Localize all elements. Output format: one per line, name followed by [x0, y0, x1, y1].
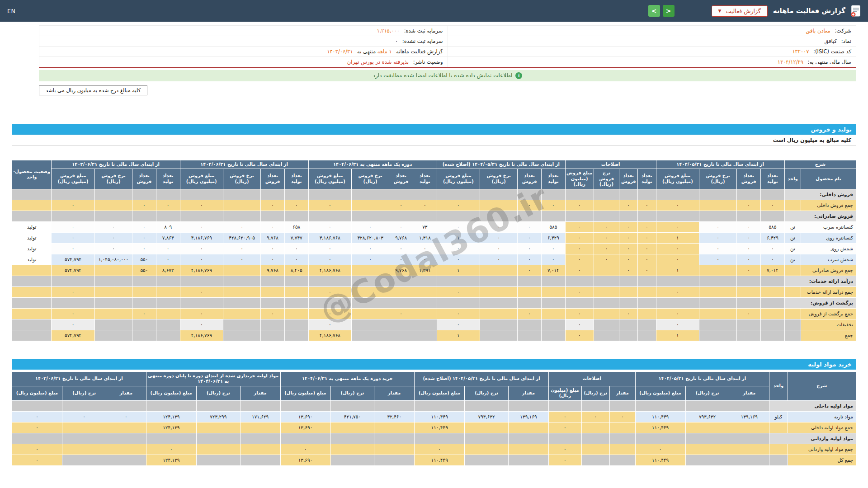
data-cell: ۰: [699, 254, 737, 265]
data-cell: [62, 400, 106, 411]
data-cell: ۰: [308, 319, 351, 330]
data-cell: [729, 400, 769, 411]
data-cell: [760, 189, 784, 200]
page-content: شرکت: معادن بافق سرمایه ثبت شده: ۱,۲۱۵,۰…: [0, 22, 868, 466]
report-type-dropdown[interactable]: گزارش فعالیت ▼: [712, 5, 768, 17]
data-cell: [94, 308, 132, 319]
column-header: نرخ (ریال): [685, 386, 729, 400]
data-cell: ۰: [12, 422, 62, 433]
data-cell: [437, 276, 480, 286]
data-cell: [509, 455, 549, 465]
data-cell: ۷۲۳,۲۹۹: [196, 411, 240, 422]
data-cell: [308, 297, 351, 308]
data-cell: [548, 400, 581, 411]
data-cell: [656, 211, 699, 221]
data-cell: ۹,۷۶۸: [261, 232, 285, 243]
column-header: تعداد فروش: [261, 169, 285, 189]
data-cell: [581, 422, 610, 433]
data-cell: ۱۳,۶۹۰: [280, 455, 330, 465]
data-cell: ۵۵۰: [132, 265, 156, 276]
data-cell: ۱,۳۱۸: [413, 232, 437, 243]
data-cell: [737, 189, 761, 200]
data-cell: ۰: [548, 444, 581, 455]
data-cell: [760, 308, 784, 319]
data-cell: [610, 444, 636, 455]
data-cell: [737, 330, 761, 341]
data-cell: [729, 444, 769, 455]
data-cell: ۱۳۹,۱۶۹: [509, 411, 549, 422]
data-cell: ۰: [760, 243, 784, 254]
data-cell: ۰: [413, 254, 437, 265]
data-cell: [656, 276, 699, 286]
row-label-cell: جمع: [801, 330, 856, 341]
data-cell: ۰: [389, 308, 413, 319]
data-cell: [518, 330, 542, 341]
info-row: سال مالی منتهی به: ۱۴۰۴/۱۲/۲۹ وضعیت ناشر…: [39, 57, 856, 67]
data-cell: [518, 189, 542, 200]
data-cell: ۰: [437, 308, 480, 319]
data-cell: [132, 330, 156, 341]
data-cell: [52, 189, 94, 200]
column-header: نرخ (ریال): [581, 386, 610, 400]
data-cell: [12, 400, 62, 411]
table-row: مواد ناریهکیلو۱۳۹,۱۶۹۷۹۳,۶۳۲۱۱۰,۴۴۹۰۰۰۱۳…: [12, 411, 856, 422]
data-cell: ۰: [308, 308, 351, 319]
column-header: خرید دوره یک ماهه منتهی به ۱۴۰۴/۰۶/۳۱: [280, 371, 415, 386]
data-cell: ۰: [480, 221, 518, 232]
data-cell: ۰: [594, 221, 619, 232]
data-cell: [699, 308, 737, 319]
data-cell: ۰: [656, 308, 699, 319]
row-label-cell: شمش سرب: [801, 254, 856, 265]
top-bar: گزارش فعالیت ماهانه گزارش فعالیت ▼ < > E…: [0, 0, 868, 22]
table-row: شمش سربتن۰۰۰۰۰۰۰۰۰۰۰۰۰۰۰۰۰۰۰۰۰۵۵۰۱,۰۴۵,۰…: [12, 254, 856, 265]
registered-capital-value: ۱,۲۱۵,۰۰۰: [377, 28, 400, 34]
data-cell: ۸,۴۰۵: [284, 265, 308, 276]
status-cell: تولید: [12, 254, 52, 265]
data-cell: ۰: [52, 221, 94, 232]
data-cell: [480, 265, 518, 276]
column-header: مبلغ (میلیون ریال): [415, 386, 465, 400]
data-cell: ۰: [565, 200, 594, 211]
data-cell: [509, 422, 549, 433]
data-cell: [685, 422, 729, 433]
data-cell: [374, 433, 415, 444]
data-cell: ۰: [565, 265, 594, 276]
data-cell: [62, 455, 106, 465]
data-cell: ۱,۳۹۱: [413, 265, 437, 276]
next-report-button[interactable]: >: [648, 5, 660, 17]
column-header: نرخ فروش (ریال): [699, 169, 737, 189]
data-cell: ۰: [52, 286, 94, 297]
data-cell: [352, 330, 389, 341]
row-label-cell: کنسانتره روی: [801, 232, 856, 243]
unit-cell: [784, 200, 801, 211]
previous-report-button[interactable]: <: [663, 5, 675, 17]
column-header: تعداد فروش: [619, 169, 638, 189]
fiscal-year-value: ۱۴۰۴/۱۲/۲۹: [778, 59, 803, 65]
data-cell: [594, 330, 619, 341]
data-cell: [223, 276, 260, 286]
data-cell: [94, 189, 132, 200]
data-cell: [330, 422, 374, 433]
issuer-status-value: پذیرفته شده در بورس تهران: [347, 59, 409, 65]
data-cell: ۴,۱۸۶,۷۶۹: [180, 330, 223, 341]
data-cell: [699, 297, 737, 308]
data-cell: [223, 211, 260, 221]
data-cell: [480, 286, 518, 297]
amounts-note-row: کلیه مبالغ درج شده به میلیون ریال می باش…: [39, 85, 856, 95]
data-cell: [635, 400, 685, 411]
language-switch-link[interactable]: EN: [7, 8, 15, 14]
production-sales-section: تولید و فروش کلیه مبالغ به میلیون ریال ا…: [12, 124, 856, 341]
data-cell: [413, 286, 437, 297]
data-cell: [518, 286, 542, 297]
data-cell: [542, 297, 566, 308]
column-header: از ابتدای سال مالی تا تاریخ ۱۴۰۴/۰۵/۳۱: [656, 160, 784, 169]
data-cell: ۹,۷۶۸: [389, 265, 413, 276]
status-cell: [12, 319, 52, 330]
data-cell: ۴۲۸,۶۲۰,۹۰۵: [223, 232, 260, 243]
data-cell: [760, 297, 784, 308]
data-cell: ۱۱۰,۴۴۹: [635, 455, 685, 465]
data-cell: [737, 286, 761, 297]
report-date-value: ۱۴۰۴/۰۶/۳۱: [327, 48, 353, 55]
production-sales-table: شرحاز ابتدای سال مالی تا تاریخ ۱۴۰۴/۰۵/۳…: [12, 160, 856, 341]
data-cell: [760, 330, 784, 341]
